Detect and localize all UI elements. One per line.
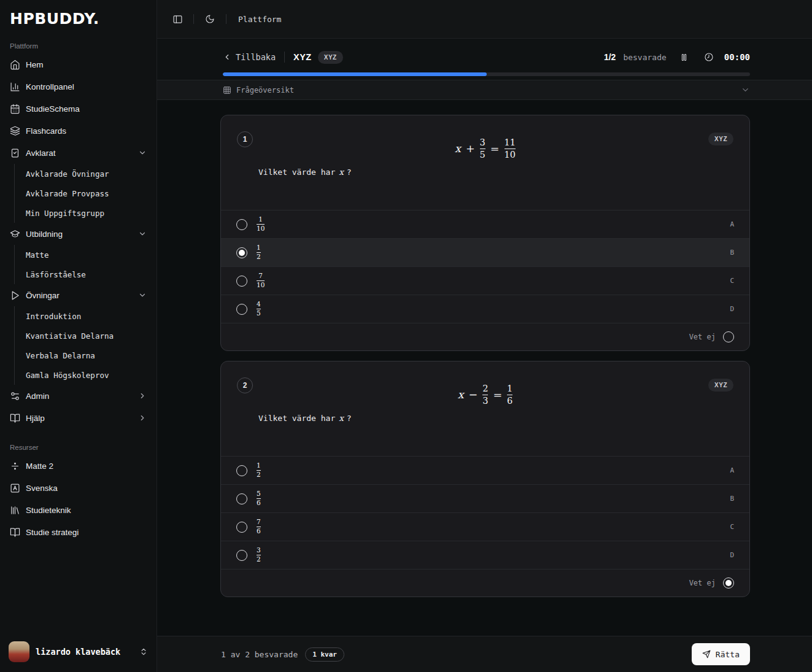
sidebar-item-label: Admin [26,392,49,401]
pause-icon[interactable] [676,49,692,65]
math-equals: = [490,142,500,155]
fraction: 2 3 [482,384,488,406]
question-tag-badge: XYZ [708,379,733,392]
fraction-denominator: 2 [257,471,261,479]
remaining-badge: 1 kvar [305,647,344,662]
sidebar-item-svenska[interactable]: Svenska [0,477,157,499]
radio-unchecked[interactable] [236,304,247,315]
option-letter: A [730,220,734,228]
fraction-numerator: 1 [257,462,261,469]
graduation-cap-icon [10,229,20,239]
option-row-a[interactable]: 1 10 A [221,210,749,238]
fraction-denominator: 2 [257,556,261,563]
math-operator: + [466,142,475,155]
play-icon [10,290,20,301]
fraction-numerator: 7 [258,272,263,280]
sidebar-section-resources: Resurser [0,444,157,451]
sidebar-item-utbildning[interactable]: Utbildning [0,223,157,245]
sidebar-item-introduktion[interactable]: Introduktion [26,306,157,326]
math-variable: x [339,167,344,177]
sidebar-item-ovningar[interactable]: Övningar [0,284,157,306]
chevron-left-icon [223,53,231,61]
option-row-b[interactable]: 1 2 B [221,238,749,266]
sidebar-item-label: Utbildning [26,230,63,239]
radio-unchecked[interactable] [236,493,247,504]
radio-unchecked[interactable] [236,465,247,476]
sidebar-item-verbala-delarna[interactable]: Verbala Delarna [26,346,157,365]
radio-unchecked[interactable] [236,219,247,230]
answered-count: 1/2 [604,52,616,62]
vet-ej-row[interactable]: Vet ej [221,569,749,597]
fraction-denominator: 5 [257,310,261,317]
option-row-c[interactable]: 7 10 C [221,266,749,295]
sidebar-item-kontrollpanel[interactable]: Kontrollpanel [0,75,157,98]
user-menu[interactable]: lizardo klavebäck [0,634,157,672]
sidebar-item-hjalp[interactable]: Hjälp [0,407,157,429]
option-row-c[interactable]: 7 6 C [221,512,749,541]
fraction-bar [480,149,485,149]
sidebar-item-min-uppgiftsgrupp[interactable]: Min Uppgiftsgrupp [26,203,157,223]
footer-answered-text: 1 av 2 besvarade [221,650,298,659]
option-row-d[interactable]: 3 2 D [221,541,749,569]
fraction-numerator: 5 [257,490,261,498]
sidebar-item-hem[interactable]: Hem [0,53,157,75]
sidebar-item-lasforstaelse[interactable]: Läsförståelse [26,265,157,284]
letter-a-square-icon [10,483,20,493]
sidebar-item-label: Hem [26,60,44,69]
fraction-denominator: 2 [257,253,261,261]
vet-ej-label: Vet ej [689,579,716,587]
sidebar-item-kvantiativa-delarna[interactable]: Kvantiativa Delarna [26,326,157,346]
math-equals: = [493,388,502,401]
sidebar-item-avklarade-ovningar[interactable]: Avklarade Övningar [26,164,157,183]
sidebar-item-studieteknik[interactable]: Studieteknik [0,499,157,521]
sidebar-item-matte[interactable]: Matte [26,245,157,265]
option-row-b[interactable]: 5 6 B [221,484,749,512]
radio-unchecked[interactable] [236,550,247,561]
option-letter: D [730,551,734,559]
sidebar-item-flashcards[interactable]: Flashcards [0,120,157,142]
option-fraction: 7 6 [257,519,261,535]
radio-checked[interactable] [723,577,734,589]
questions-scroll-area[interactable]: 1 XYZ x + 3 5 = 11 [157,100,812,636]
submit-button[interactable]: Rätta [692,643,750,665]
app-logo: HPBUDDY. [0,0,157,28]
vet-ej-row[interactable]: Vet ej [221,323,749,350]
sidebar-item-avklarade-provpass[interactable]: Avklarade Provpass [26,183,157,203]
radio-unchecked[interactable] [236,276,247,287]
panel-left-icon[interactable] [169,11,185,27]
sidebar-item-avklarat[interactable]: Avklarat [0,142,157,164]
sidebar-item-matte2[interactable]: Matte 2 [0,455,157,477]
radio-checked[interactable] [236,247,247,258]
sidebar-subnav-avklarat: Avklarade Övningar Avklarade Provpass Mi… [14,164,157,223]
sidebar-item-studieschema[interactable]: StudieSchema [0,98,157,120]
send-icon [702,650,711,658]
divide-icon [10,461,20,471]
sidebar-subnav-ovningar: Introduktion Kvantiativa Delarna Verbala… [14,306,157,385]
sidebar-item-studie-strategi[interactable]: Studie strategi [0,521,157,543]
topbar: Plattform [157,0,812,39]
fraction-denominator: 6 [257,500,261,507]
back-button[interactable]: Tillbaka [223,52,276,62]
chevrons-up-down-icon [139,647,148,656]
fraction-numerator: 1 [507,384,512,393]
question-card-2: 2 XYZ x − 2 3 = 1 [220,361,750,597]
fraction-denominator: 3 [482,396,488,406]
option-row-d[interactable]: 4 5 D [221,295,749,323]
grid-icon [223,86,231,95]
radio-unchecked[interactable] [723,331,734,342]
equation: x + 3 5 = 11 10 [455,137,516,160]
sidebar-item-admin[interactable]: Admin [0,385,157,407]
option-fraction: 5 6 [257,490,261,506]
user-name: lizardo klavebäck [36,647,120,657]
sidebar-item-label: Hjälp [26,414,45,423]
option-fraction: 7 10 [257,272,265,288]
question-overview-toggle[interactable]: Frågeöversikt [157,80,812,100]
option-row-a[interactable]: 1 2 A [221,456,749,484]
option-letter: B [730,495,734,503]
sidebar-item-gamla-hogskoleprov[interactable]: Gamla Högskoleprov [26,365,157,385]
book-open-icon [10,413,20,423]
moon-icon[interactable] [202,11,218,27]
fraction-numerator: 11 [505,137,516,147]
radio-unchecked[interactable] [236,522,247,533]
option-letter: B [730,249,734,257]
